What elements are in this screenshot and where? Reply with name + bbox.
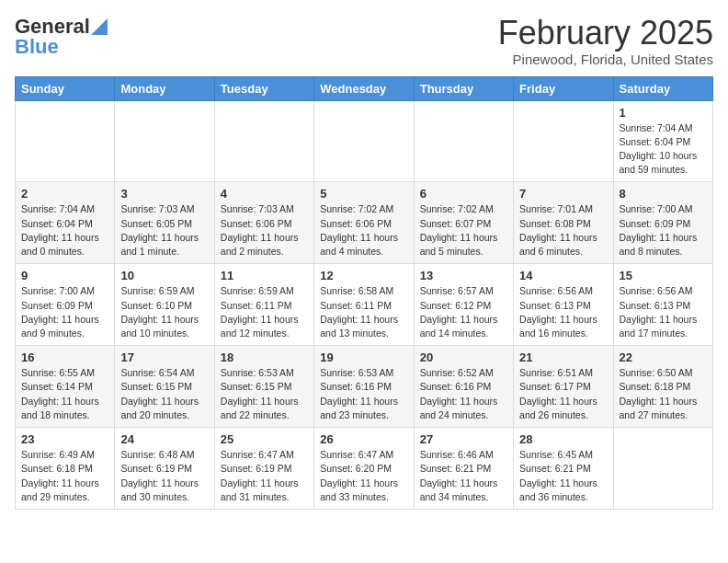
day-number: 3 [120, 187, 208, 201]
title-block: February 2025 Pinewood, Florida, United … [498, 15, 713, 67]
day-info: Sunrise: 6:52 AMSunset: 6:16 PMDaylight:… [420, 366, 507, 422]
calendar-cell: 23Sunrise: 6:49 AMSunset: 6:18 PMDayligh… [16, 428, 115, 510]
calendar-cell: 16Sunrise: 6:55 AMSunset: 6:14 PMDayligh… [16, 346, 115, 428]
day-number: 22 [620, 350, 707, 364]
calendar-header-saturday: Saturday [613, 76, 712, 100]
calendar-cell: 22Sunrise: 6:50 AMSunset: 6:18 PMDayligh… [613, 346, 712, 428]
calendar-cell: 19Sunrise: 6:53 AMSunset: 6:16 PMDayligh… [314, 346, 414, 428]
day-number: 24 [120, 432, 208, 446]
calendar-cell: 3Sunrise: 7:03 AMSunset: 6:05 PMDaylight… [115, 182, 214, 264]
day-number: 27 [420, 432, 507, 446]
logo-icon [91, 18, 108, 35]
day-number: 7 [519, 187, 607, 201]
calendar-header-sunday: Sunday [16, 76, 115, 100]
calendar-cell: 20Sunrise: 6:52 AMSunset: 6:16 PMDayligh… [414, 346, 513, 428]
day-info: Sunrise: 6:50 AMSunset: 6:18 PMDaylight:… [620, 366, 707, 422]
day-number: 12 [320, 269, 407, 282]
day-number: 23 [21, 432, 108, 446]
day-number: 8 [620, 187, 707, 201]
day-info: Sunrise: 6:55 AMSunset: 6:14 PMDaylight:… [21, 366, 108, 422]
calendar-cell: 6Sunrise: 7:02 AMSunset: 6:07 PMDaylight… [414, 182, 513, 264]
day-info: Sunrise: 7:03 AMSunset: 6:05 PMDaylight:… [120, 202, 208, 259]
calendar-cell: 2Sunrise: 7:04 AMSunset: 6:04 PMDaylight… [16, 182, 115, 264]
calendar-cell [414, 100, 513, 182]
calendar-cell: 13Sunrise: 6:57 AMSunset: 6:12 PMDayligh… [414, 264, 513, 346]
svg-marker-0 [91, 18, 108, 35]
day-info: Sunrise: 6:51 AMSunset: 6:17 PMDaylight:… [519, 366, 607, 422]
calendar-cell: 1Sunrise: 7:04 AMSunset: 6:04 PMDaylight… [613, 100, 712, 182]
calendar-cell: 24Sunrise: 6:48 AMSunset: 6:19 PMDayligh… [115, 428, 214, 510]
day-info: Sunrise: 6:56 AMSunset: 6:13 PMDaylight:… [620, 284, 707, 340]
calendar-cell: 17Sunrise: 6:54 AMSunset: 6:15 PMDayligh… [115, 346, 214, 428]
day-number: 26 [320, 432, 407, 446]
day-info: Sunrise: 6:46 AMSunset: 6:21 PMDaylight:… [420, 448, 507, 504]
calendar-week-5: 23Sunrise: 6:49 AMSunset: 6:18 PMDayligh… [16, 428, 713, 510]
header: General Blue February 2025 Pinewood, Flo… [15, 15, 713, 67]
calendar-cell [314, 100, 414, 182]
day-number: 1 [620, 106, 707, 120]
day-info: Sunrise: 6:53 AMSunset: 6:16 PMDaylight:… [320, 366, 407, 422]
calendar-cell [115, 100, 214, 182]
location-title: Pinewood, Florida, United States [498, 52, 713, 67]
day-info: Sunrise: 6:49 AMSunset: 6:18 PMDaylight:… [21, 448, 108, 504]
calendar-header-friday: Friday [514, 76, 613, 100]
calendar-cell: 8Sunrise: 7:00 AMSunset: 6:09 PMDaylight… [613, 182, 712, 264]
calendar-header-tuesday: Tuesday [214, 76, 313, 100]
day-number: 5 [320, 187, 407, 201]
logo-blue-text: Blue [15, 35, 59, 59]
calendar-header-row: SundayMondayTuesdayWednesdayThursdayFrid… [16, 76, 713, 100]
day-info: Sunrise: 6:47 AMSunset: 6:19 PMDaylight:… [221, 448, 308, 504]
day-number: 25 [221, 432, 308, 446]
calendar-cell [16, 100, 115, 182]
day-info: Sunrise: 6:54 AMSunset: 6:15 PMDaylight:… [120, 366, 208, 422]
calendar-cell: 14Sunrise: 6:56 AMSunset: 6:13 PMDayligh… [514, 264, 613, 346]
day-number: 10 [120, 269, 208, 282]
calendar-cell [514, 100, 613, 182]
day-number: 15 [620, 269, 707, 282]
day-number: 18 [221, 350, 308, 364]
page-container: General Blue February 2025 Pinewood, Flo… [0, 0, 728, 517]
calendar-cell [214, 100, 313, 182]
day-info: Sunrise: 7:04 AMSunset: 6:04 PMDaylight:… [21, 202, 108, 259]
day-info: Sunrise: 6:48 AMSunset: 6:19 PMDaylight:… [120, 448, 208, 504]
day-info: Sunrise: 7:04 AMSunset: 6:04 PMDaylight:… [620, 121, 707, 178]
day-number: 11 [221, 269, 308, 282]
calendar-cell: 10Sunrise: 6:59 AMSunset: 6:10 PMDayligh… [115, 264, 214, 346]
calendar-cell: 12Sunrise: 6:58 AMSunset: 6:11 PMDayligh… [314, 264, 414, 346]
calendar-cell: 15Sunrise: 6:56 AMSunset: 6:13 PMDayligh… [613, 264, 712, 346]
calendar-header-monday: Monday [115, 76, 214, 100]
day-info: Sunrise: 7:01 AMSunset: 6:08 PMDaylight:… [519, 202, 607, 259]
day-info: Sunrise: 7:02 AMSunset: 6:06 PMDaylight:… [320, 202, 407, 259]
calendar-cell [613, 428, 712, 510]
day-info: Sunrise: 6:59 AMSunset: 6:11 PMDaylight:… [221, 284, 308, 340]
calendar-cell: 7Sunrise: 7:01 AMSunset: 6:08 PMDaylight… [514, 182, 613, 264]
day-number: 2 [21, 187, 108, 201]
calendar-cell: 18Sunrise: 6:53 AMSunset: 6:15 PMDayligh… [214, 346, 313, 428]
day-info: Sunrise: 6:57 AMSunset: 6:12 PMDaylight:… [420, 284, 507, 340]
calendar-cell: 9Sunrise: 7:00 AMSunset: 6:09 PMDaylight… [16, 264, 115, 346]
day-number: 16 [21, 350, 108, 364]
month-title: February 2025 [498, 15, 713, 52]
calendar-header-thursday: Thursday [414, 76, 513, 100]
calendar-week-2: 2Sunrise: 7:04 AMSunset: 6:04 PMDaylight… [16, 182, 713, 264]
day-number: 21 [519, 350, 607, 364]
day-number: 6 [420, 187, 507, 201]
day-number: 14 [519, 269, 607, 282]
day-info: Sunrise: 6:56 AMSunset: 6:13 PMDaylight:… [519, 284, 607, 340]
logo: General Blue [15, 15, 108, 59]
day-number: 9 [21, 269, 108, 282]
day-number: 28 [519, 432, 607, 446]
calendar-week-1: 1Sunrise: 7:04 AMSunset: 6:04 PMDaylight… [16, 100, 713, 182]
day-number: 13 [420, 269, 507, 282]
calendar-cell: 28Sunrise: 6:45 AMSunset: 6:21 PMDayligh… [514, 428, 613, 510]
day-info: Sunrise: 6:47 AMSunset: 6:20 PMDaylight:… [320, 448, 407, 504]
calendar-header-wednesday: Wednesday [314, 76, 414, 100]
calendar-week-4: 16Sunrise: 6:55 AMSunset: 6:14 PMDayligh… [16, 346, 713, 428]
day-info: Sunrise: 7:02 AMSunset: 6:07 PMDaylight:… [420, 202, 507, 259]
calendar-cell: 27Sunrise: 6:46 AMSunset: 6:21 PMDayligh… [414, 428, 513, 510]
day-number: 20 [420, 350, 507, 364]
day-number: 19 [320, 350, 407, 364]
calendar-week-3: 9Sunrise: 7:00 AMSunset: 6:09 PMDaylight… [16, 264, 713, 346]
calendar-cell: 5Sunrise: 7:02 AMSunset: 6:06 PMDaylight… [314, 182, 414, 264]
calendar-table: SundayMondayTuesdayWednesdayThursdayFrid… [15, 76, 713, 510]
